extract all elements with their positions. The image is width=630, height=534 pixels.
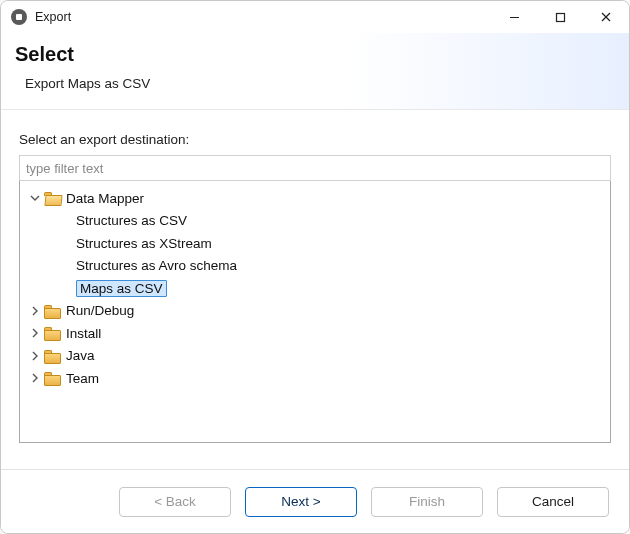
export-dialog: Export Select Export Maps as CSV Select … — [0, 0, 630, 534]
wizard-footer: < Back Next > Finish Cancel — [1, 469, 629, 533]
folder-icon — [44, 326, 60, 340]
tree-leaf-maps-csv[interactable]: Maps as CSV — [22, 277, 608, 300]
chevron-down-icon[interactable] — [28, 191, 42, 205]
wizard-body: Select an export destination: Data Mappe… — [1, 110, 629, 469]
wizard-subtitle: Export Maps as CSV — [25, 76, 613, 91]
tree-leaf-label: Structures as CSV — [76, 213, 187, 228]
tree-leaf-structures-csv[interactable]: Structures as CSV — [22, 210, 608, 233]
maximize-button[interactable] — [537, 1, 583, 33]
folder-open-icon — [44, 191, 60, 205]
tree-node-data-mapper[interactable]: Data Mapper — [22, 187, 608, 210]
tree-leaf-structures-xstream[interactable]: Structures as XStream — [22, 232, 608, 255]
destination-prompt: Select an export destination: — [19, 132, 611, 147]
cancel-button[interactable]: Cancel — [497, 487, 609, 517]
folder-icon — [44, 371, 60, 385]
tree-node-team[interactable]: Team — [22, 367, 608, 390]
tree-leaf-label: Structures as Avro schema — [76, 258, 237, 273]
wizard-heading: Select — [15, 43, 613, 66]
folder-icon — [44, 349, 60, 363]
finish-button[interactable]: Finish — [371, 487, 483, 517]
filter-input[interactable] — [19, 155, 611, 181]
tree-node-label: Team — [66, 371, 99, 386]
tree-node-label: Install — [66, 326, 101, 341]
app-icon — [11, 9, 27, 25]
titlebar[interactable]: Export — [1, 1, 629, 33]
tree-node-run-debug[interactable]: Run/Debug — [22, 300, 608, 323]
export-tree: Data Mapper Structures as CSV Structures… — [19, 181, 611, 443]
wizard-header: Select Export Maps as CSV — [1, 33, 629, 110]
tree-node-install[interactable]: Install — [22, 322, 608, 345]
tree-node-java[interactable]: Java — [22, 345, 608, 368]
tree-leaf-structures-avro[interactable]: Structures as Avro schema — [22, 255, 608, 278]
tree-node-label: Java — [66, 348, 95, 363]
close-button[interactable] — [583, 1, 629, 33]
chevron-right-icon[interactable] — [28, 349, 42, 363]
tree-leaf-label: Structures as XStream — [76, 236, 212, 251]
folder-icon — [44, 304, 60, 318]
chevron-right-icon[interactable] — [28, 371, 42, 385]
chevron-right-icon[interactable] — [28, 326, 42, 340]
svg-rect-1 — [556, 13, 564, 21]
minimize-button[interactable] — [491, 1, 537, 33]
next-button[interactable]: Next > — [245, 487, 357, 517]
chevron-right-icon[interactable] — [28, 304, 42, 318]
back-button[interactable]: < Back — [119, 487, 231, 517]
window-title: Export — [35, 10, 71, 24]
tree-leaf-label: Maps as CSV — [76, 280, 167, 297]
tree-node-label: Data Mapper — [66, 191, 144, 206]
export-tree-scroll[interactable]: Data Mapper Structures as CSV Structures… — [20, 181, 610, 442]
tree-node-label: Run/Debug — [66, 303, 134, 318]
